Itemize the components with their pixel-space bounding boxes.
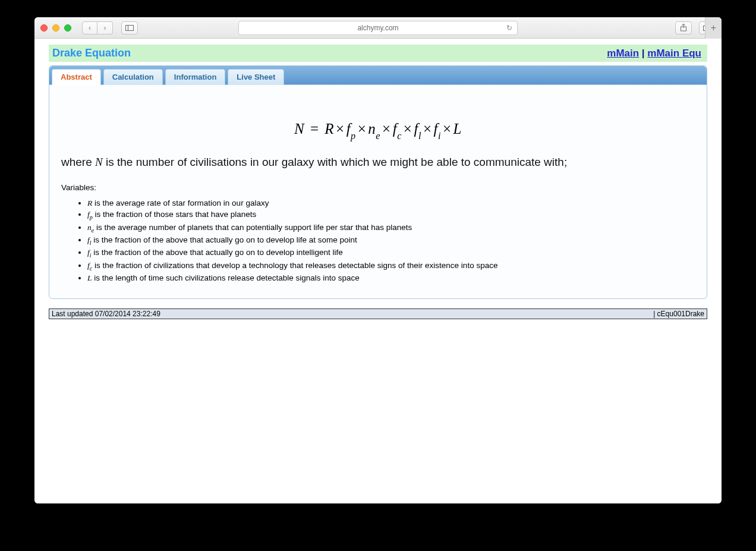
sidebar-toggle-button[interactable] <box>121 21 138 34</box>
eq-lhs: N <box>294 121 304 137</box>
link-sep: | <box>639 48 647 59</box>
eq-equals: = <box>308 121 321 137</box>
list-item: L is the length of time such civilizatio… <box>87 273 695 284</box>
list-item: fi is the fraction of the above that act… <box>87 247 695 259</box>
maximize-icon[interactable] <box>64 24 71 32</box>
nav-buttons: ‹ › <box>82 21 113 34</box>
list-item: fl is the fraction of the above that act… <box>87 235 695 247</box>
chevron-left-icon: ‹ <box>89 24 91 32</box>
footer-bar: Last updated 07/02/2014 23:22:49 | cEqu0… <box>49 308 707 319</box>
url-text: alchymy.com <box>357 24 398 32</box>
tab-content: N = R×fp×ne×fc×fl×fi×L where N is the nu… <box>49 85 707 298</box>
link-mmain-equ[interactable]: mMain Equ <box>647 48 701 59</box>
titlebar: ‹ › alchymy.com ↻ <box>34 17 722 39</box>
window-controls <box>40 24 71 32</box>
share-button[interactable] <box>675 21 692 34</box>
url-bar[interactable]: alchymy.com ↻ <box>238 21 518 35</box>
header-links: mMain | mMain Equ <box>607 48 701 59</box>
variables-heading: Variables: <box>61 183 695 192</box>
back-button[interactable]: ‹ <box>82 21 97 34</box>
page-title: Drake Equation <box>52 47 131 59</box>
footer-last-updated: Last updated 07/02/2014 23:22:49 <box>52 310 160 318</box>
tab-calculation[interactable]: Calculation <box>103 69 163 85</box>
variables-list: R is the average rate of star formation … <box>61 198 695 284</box>
drake-equation: N = R×fp×ne×fc×fl×fi×L <box>61 121 695 140</box>
link-mmain[interactable]: mMain <box>607 48 639 59</box>
new-tab-button[interactable]: + <box>705 17 722 39</box>
browser-window: ‹ › alchymy.com ↻ <box>34 17 722 503</box>
list-item: fp is the fraction of those stars that h… <box>87 209 695 221</box>
list-item: ne is the average number of planets that… <box>87 222 695 234</box>
tab-live-sheet[interactable]: Live Sheet <box>228 69 284 85</box>
eq-rhs: R×fp×ne×fc×fl×fi×L <box>325 121 462 137</box>
reload-icon[interactable]: ↻ <box>506 24 512 32</box>
svg-rect-0 <box>126 25 134 30</box>
page-header-bar: Drake Equation mMain | mMain Equ <box>49 45 707 62</box>
share-icon <box>680 24 687 32</box>
tab-abstract[interactable]: Abstract <box>52 69 101 85</box>
chevron-right-icon: › <box>104 24 106 32</box>
tab-panel: Abstract Calculation Information Live Sh… <box>49 65 707 299</box>
minimize-icon[interactable] <box>52 24 59 32</box>
forward-button[interactable]: › <box>97 21 113 34</box>
list-item: fc is the fraction of civilizations that… <box>87 260 695 272</box>
close-icon[interactable] <box>40 24 48 32</box>
plus-icon: + <box>711 23 716 33</box>
footer-id: | cEqu001Drake <box>653 310 704 318</box>
tab-information[interactable]: Information <box>165 69 226 85</box>
equation-description: where N is the number of civilisations i… <box>61 156 695 169</box>
sidebar-icon <box>125 25 134 31</box>
list-item: R is the average rate of star formation … <box>87 198 695 209</box>
page-content: Drake Equation mMain | mMain Equ Abstrac… <box>34 39 722 503</box>
tab-strip: Abstract Calculation Information Live Sh… <box>49 66 707 85</box>
